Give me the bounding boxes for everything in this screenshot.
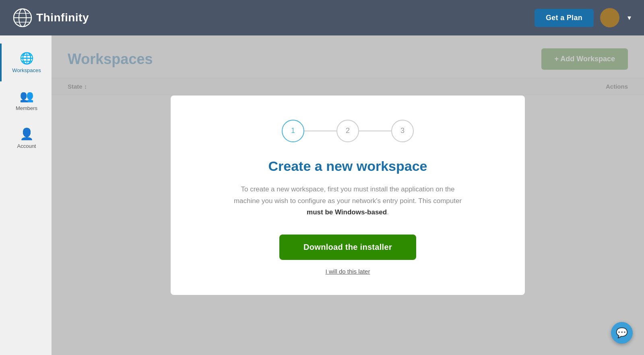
chat-button[interactable]: 💬 bbox=[611, 322, 633, 344]
modal-desc-text: To create a new workspace, first you mus… bbox=[234, 185, 462, 205]
logo-text: Thinfinity bbox=[36, 11, 89, 24]
sidebar: 🌐 Workspaces 👥 Members 👤 Account bbox=[0, 35, 52, 355]
sidebar-item-members[interactable]: 👥 Members bbox=[0, 81, 52, 119]
modal-description: To create a new workspace, first you mus… bbox=[227, 184, 469, 219]
modal-overlay: 1 2 3 Create a new workspace To create a… bbox=[52, 35, 644, 355]
do-later-link[interactable]: I will do this later bbox=[326, 268, 370, 275]
stepper: 1 2 3 bbox=[282, 120, 414, 142]
step-2: 2 bbox=[336, 120, 359, 142]
sidebar-label-workspaces: Workspaces bbox=[12, 67, 41, 73]
modal-desc-end: . bbox=[387, 208, 389, 216]
get-plan-button[interactable]: Get a Plan bbox=[535, 9, 594, 27]
header-right: Get a Plan ▾ bbox=[535, 8, 631, 27]
modal-title: Create a new workspace bbox=[268, 158, 427, 174]
main-layout: 🌐 Workspaces 👥 Members 👤 Account Workspa… bbox=[0, 35, 644, 355]
logo: Thinfinity bbox=[13, 8, 89, 27]
chevron-down-icon[interactable]: ▾ bbox=[627, 13, 631, 22]
step-line-2 bbox=[359, 131, 391, 131]
step-3: 3 bbox=[391, 120, 414, 142]
step-line-1 bbox=[304, 131, 336, 131]
avatar[interactable] bbox=[600, 8, 619, 27]
globe-icon: 🌐 bbox=[20, 52, 34, 65]
modal-desc-bold: must be Windows-based bbox=[307, 208, 387, 216]
sidebar-label-members: Members bbox=[16, 105, 37, 111]
step-1: 1 bbox=[282, 120, 304, 142]
content-area: Workspaces + Add Workspace State ↕ Actio… bbox=[52, 35, 644, 355]
chat-icon: 💬 bbox=[616, 327, 628, 338]
header: Thinfinity Get a Plan ▾ bbox=[0, 0, 644, 35]
modal: 1 2 3 Create a new workspace To create a… bbox=[171, 95, 525, 295]
download-installer-button[interactable]: Download the installer bbox=[279, 235, 416, 260]
members-icon: 👥 bbox=[20, 89, 34, 103]
sidebar-label-account: Account bbox=[17, 143, 36, 149]
logo-icon bbox=[13, 8, 32, 27]
account-icon: 👤 bbox=[20, 127, 34, 141]
sidebar-item-account[interactable]: 👤 Account bbox=[0, 119, 52, 157]
sidebar-item-workspaces[interactable]: 🌐 Workspaces bbox=[0, 44, 52, 81]
